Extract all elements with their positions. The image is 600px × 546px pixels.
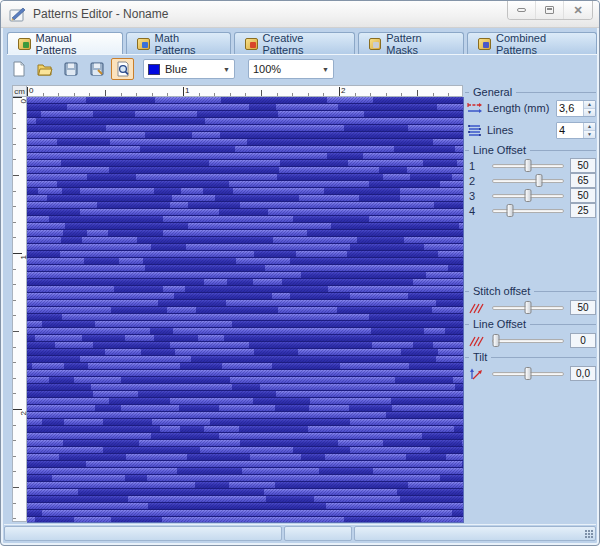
- group-title-text: Line Offset: [473, 318, 526, 330]
- lines-spin-down[interactable]: ▼: [584, 130, 595, 138]
- window-controls: ✕: [507, 1, 593, 20]
- line-offset-value-4[interactable]: 25: [570, 203, 596, 218]
- length-input[interactable]: [557, 101, 583, 116]
- row-number: 2: [469, 175, 483, 187]
- status-pane-2: [284, 526, 352, 541]
- tilt-icon: [469, 368, 485, 380]
- line-offset-slider-2[interactable]: [492, 173, 564, 188]
- slider-thumb[interactable]: [525, 367, 532, 380]
- minimize-icon: [517, 8, 526, 12]
- close-icon: ✕: [573, 5, 582, 16]
- group-stitch-offset: Stitch offset: [465, 285, 596, 297]
- creative-patterns-icon: [245, 38, 258, 50]
- slider-thumb[interactable]: [492, 334, 499, 347]
- line-offset2-value[interactable]: 0: [570, 333, 596, 348]
- ruler-number: 0: [29, 86, 33, 95]
- row-number: 1: [469, 160, 483, 172]
- lines-row: Lines ▲ ▼: [467, 121, 596, 139]
- tab-creative-patterns[interactable]: Creative Patterns: [234, 32, 355, 54]
- tab-manual-patterns[interactable]: Manual Patterns: [7, 32, 123, 54]
- line-offset-slider-3[interactable]: [492, 188, 564, 203]
- window-title: Patterns Editor - Noname: [33, 7, 168, 21]
- maximize-icon: [545, 6, 554, 14]
- magnifier-page-icon: [115, 61, 131, 77]
- vertical-ruler: 0 1 2: [12, 97, 27, 522]
- group-title-text: Line Offset: [473, 144, 526, 156]
- line-offset-value-3[interactable]: 50: [570, 188, 596, 203]
- length-label: Length (mm): [487, 102, 556, 114]
- print-preview-button[interactable]: [111, 58, 134, 80]
- line-offset-slider-4[interactable]: [492, 203, 564, 218]
- pattern-canvas[interactable]: [27, 97, 464, 523]
- slider-thumb[interactable]: [525, 159, 532, 172]
- color-select-value: Blue: [165, 63, 219, 75]
- line-offset-slider-1[interactable]: [492, 158, 564, 173]
- slider-thumb[interactable]: [525, 301, 532, 314]
- open-button[interactable]: [33, 58, 56, 80]
- resize-grip[interactable]: [584, 529, 593, 538]
- zoom-select-value: 100%: [253, 63, 318, 75]
- slider-thumb[interactable]: [525, 189, 532, 202]
- tab-math-patterns[interactable]: Math Patterns: [126, 32, 231, 54]
- line-offset-value-2[interactable]: 65: [570, 173, 596, 188]
- hatch-icon: [469, 335, 485, 347]
- lines-spinner: ▲ ▼: [556, 122, 596, 139]
- tilt-slider[interactable]: [492, 366, 564, 381]
- group-general: General: [465, 86, 596, 98]
- pattern-masks-icon: [369, 38, 382, 50]
- save-icon: [63, 61, 79, 77]
- maximize-button[interactable]: [536, 1, 564, 19]
- line-offset-value-1[interactable]: 50: [570, 158, 596, 173]
- stitch-offset-slider[interactable]: [492, 300, 564, 315]
- line-offset2-slider[interactable]: [492, 333, 564, 348]
- chevron-down-icon: ▼: [223, 66, 230, 73]
- status-pane-3: [354, 526, 596, 541]
- line-offset2-row: 0: [469, 333, 596, 348]
- tilt-value[interactable]: 0,0: [570, 366, 596, 381]
- tab-label: Creative Patterns: [263, 32, 344, 56]
- group-title-text: Tilt: [473, 351, 487, 363]
- length-spin-down[interactable]: ▼: [584, 108, 595, 116]
- manual-patterns-icon: [18, 38, 31, 50]
- slider-thumb[interactable]: [535, 174, 542, 187]
- lines-icon: [467, 124, 483, 136]
- lines-input[interactable]: [557, 123, 583, 138]
- combined-patterns-icon: [478, 38, 491, 50]
- ruler-number: 1: [185, 86, 189, 95]
- ruler-unit: cm: [12, 85, 27, 97]
- save-button[interactable]: [59, 58, 82, 80]
- status-bar: [4, 524, 596, 541]
- new-document-button[interactable]: [7, 58, 30, 80]
- slider-thumb[interactable]: [507, 204, 514, 217]
- status-pane-1: [4, 526, 282, 541]
- color-swatch: [148, 64, 160, 75]
- zoom-select[interactable]: 100% ▼: [248, 59, 334, 79]
- line-offset-row-2: 2 65: [469, 173, 596, 188]
- patterns-editor-window: Patterns Editor - Noname ✕ Manual Patter…: [0, 0, 600, 546]
- tab-pattern-masks[interactable]: Pattern Masks: [358, 32, 465, 54]
- lines-spin-up[interactable]: ▲: [584, 123, 595, 130]
- tab-combined-patterns[interactable]: Combined Patterns: [467, 32, 597, 54]
- length-spinner: ▲ ▼: [556, 100, 596, 117]
- group-title-text: General: [473, 86, 512, 98]
- minimize-button[interactable]: [508, 1, 536, 19]
- line-offset-row-3: 3 50: [469, 188, 596, 203]
- stitch-offset-value[interactable]: 50: [570, 300, 596, 315]
- save-as-button[interactable]: [85, 58, 108, 80]
- group-tilt: Tilt: [465, 351, 596, 363]
- length-spin-up[interactable]: ▲: [584, 101, 595, 108]
- ruler-number: 2: [341, 86, 345, 95]
- lines-label: Lines: [487, 124, 556, 136]
- horizontal-ruler: 0 1 2: [27, 85, 463, 97]
- close-button[interactable]: ✕: [564, 1, 592, 19]
- color-select[interactable]: Blue ▼: [143, 59, 235, 79]
- stitch-offset-row: 50: [469, 300, 596, 315]
- tab-label: Combined Patterns: [496, 32, 586, 56]
- title-bar: Patterns Editor - Noname ✕: [1, 1, 599, 28]
- group-line-offset-2: Line Offset: [465, 318, 596, 330]
- line-offset-row-1: 1 50: [469, 158, 596, 173]
- hatch-icon: [469, 302, 485, 314]
- length-row: Length (mm) ▲ ▼: [467, 99, 596, 117]
- group-line-offset: Line Offset: [465, 144, 596, 156]
- tab-label: Math Patterns: [155, 32, 220, 56]
